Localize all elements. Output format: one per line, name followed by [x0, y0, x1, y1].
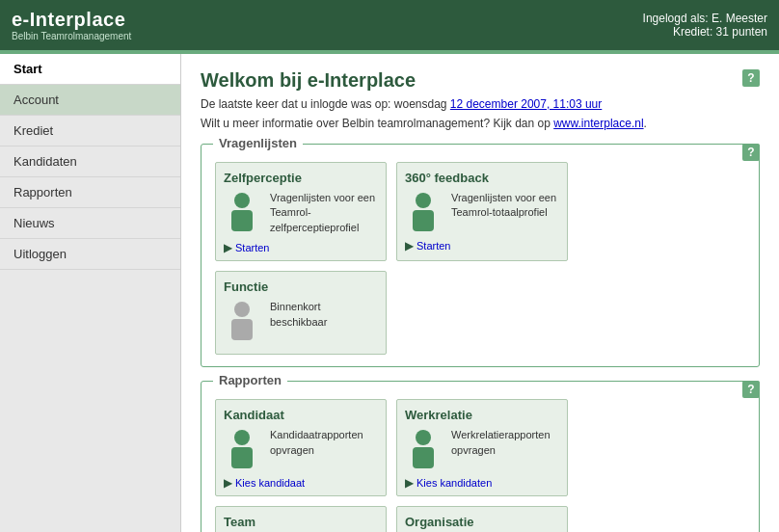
functie-icon	[224, 300, 262, 342]
user-info: Ingelogd als: E. Meester Krediet: 31 pun…	[643, 12, 767, 39]
card-functie-title: Functie	[224, 279, 378, 294]
info-link-text: Wilt u meer informatie over Belbin teamr…	[201, 117, 760, 130]
last-login-date: 12 december 2007, 11:03 uur	[450, 97, 602, 111]
card-zelfperceptie-inner: Vragenlijsten voor een Teamrol-zelfperce…	[224, 191, 378, 235]
zelfperceptie-action-label: Starten	[235, 242, 269, 253]
feedback360-action[interactable]: ▶ Starten	[405, 239, 559, 253]
svg-point-2	[416, 193, 431, 208]
feedback360-icon	[405, 191, 443, 233]
card-feedback360: 360° feedback Vragenlijsten voor een Tea…	[396, 162, 568, 261]
svg-rect-9	[413, 447, 434, 468]
card-feedback360-title: 360° feedback	[405, 171, 559, 185]
zelfperceptie-action[interactable]: ▶ Starten	[224, 241, 378, 254]
card-zelfperceptie: Zelfperceptie Vragenlijsten voor een Tea…	[215, 162, 387, 261]
zelfperceptie-text: Vragenlijsten voor een Teamrol-zelfperce…	[270, 191, 378, 235]
svg-rect-1	[231, 210, 253, 231]
vragenlijsten-section: Vragenlijsten Zelfperceptie	[201, 144, 760, 367]
help-button-rapporten[interactable]: ?	[742, 381, 760, 398]
zelfperceptie-arrow-icon: ▶	[224, 241, 232, 254]
card-werkrelatie-inner: Werkrelatierapporten opvragen	[405, 428, 559, 470]
card-kandidaat-title: Kandidaat	[224, 408, 378, 422]
header: e-Interplace Belbin Teamrolmanagement In…	[0, 0, 779, 50]
sidebar-item-krediet[interactable]: Krediet	[0, 116, 180, 146]
rapporten-header: Rapporten	[213, 373, 287, 387]
page-title: Welkom bij e-Interplace	[201, 69, 760, 92]
kandidaat-action[interactable]: ▶ Kies kandidaat	[224, 476, 378, 490]
vragenlijsten-box: Vragenlijsten Zelfperceptie	[201, 144, 760, 367]
kandidaat-arrow-icon: ▶	[224, 476, 232, 490]
functie-text: Binnenkort beschikbaar	[270, 300, 378, 330]
card-team-title: Team	[224, 515, 378, 529]
feedback360-text: Vragenlijsten voor een Teamrol-totaalpro…	[451, 191, 559, 221]
card-werkrelatie: Werkrelatie Werkrelatierapporten opvrage…	[396, 399, 568, 496]
user-label: Ingelogd als: E. Meester	[643, 12, 767, 25]
sidebar: Start Account Krediet Kandidaten Rapport…	[0, 54, 181, 532]
logo-subtitle: Belbin Teamrolmanagement	[12, 31, 131, 41]
rapporten-body: Kandidaat Kandidaatrapporten opvragen	[201, 382, 759, 532]
werkrelatie-text: Werkrelatierapporten opvragen	[451, 428, 559, 458]
svg-rect-7	[231, 447, 253, 468]
help-button-main[interactable]: ?	[742, 69, 760, 87]
svg-rect-5	[231, 319, 253, 340]
feedback360-arrow-icon: ▶	[405, 239, 414, 253]
rapporten-section: Rapporten Kandidaat Kandida	[201, 381, 760, 532]
zelfperceptie-icon	[224, 191, 262, 233]
svg-point-6	[234, 430, 250, 445]
svg-rect-3	[413, 210, 434, 231]
svg-point-8	[416, 430, 431, 445]
werkrelatie-arrow-icon: ▶	[405, 476, 414, 490]
sidebar-item-account[interactable]: Account	[0, 85, 180, 116]
werkrelatie-action-label: Kies kandidaten	[416, 477, 492, 489]
sidebar-item-rapporten[interactable]: Rapporten	[0, 177, 180, 208]
last-login-text: De laatste keer dat u inlogde was op: wo…	[201, 97, 760, 111]
logo-title: e-Interplace	[12, 9, 131, 31]
sidebar-item-nieuws[interactable]: Nieuws	[0, 208, 180, 239]
card-kandidaat-inner: Kandidaatrapporten opvragen	[224, 428, 378, 470]
card-werkrelatie-title: Werkrelatie	[405, 408, 559, 422]
sidebar-item-kandidaten[interactable]: Kandidaten	[0, 146, 180, 177]
werkrelatie-icon	[405, 428, 443, 470]
card-functie: Functie Binnenkort beschikbaar	[215, 271, 387, 355]
rapporten-box: Rapporten Kandidaat Kandida	[201, 381, 760, 532]
help-button-vragenlijsten[interactable]: ?	[742, 144, 760, 161]
vragenlijsten-body: Zelfperceptie Vragenlijsten voor een Tea…	[201, 145, 759, 366]
card-functie-inner: Binnenkort beschikbaar	[224, 300, 378, 342]
sidebar-item-uitloggen[interactable]: Uitloggen	[0, 239, 180, 270]
interplace-link[interactable]: www.interplace.nl	[553, 117, 643, 130]
card-kandidaat: Kandidaat Kandidaatrapporten opvragen	[215, 399, 387, 496]
logo: e-Interplace Belbin Teamrolmanagement	[12, 9, 131, 41]
kandidaat-icon	[224, 428, 262, 470]
kandidaat-action-label: Kies kandidaat	[235, 477, 305, 489]
svg-point-4	[234, 302, 250, 317]
sidebar-item-start[interactable]: Start	[0, 54, 180, 85]
card-team: Team	[215, 506, 387, 532]
card-zelfperceptie-title: Zelfperceptie	[224, 171, 378, 185]
main-content: Welkom bij e-Interplace ? De laatste kee…	[181, 54, 779, 532]
feedback360-action-label: Starten	[416, 240, 450, 252]
svg-point-0	[234, 193, 250, 208]
card-feedback360-inner: Vragenlijsten voor een Teamrol-totaalpro…	[405, 191, 559, 233]
kandidaat-text: Kandidaatrapporten opvragen	[270, 428, 378, 458]
krediet-label: Krediet: 31 punten	[643, 25, 767, 39]
card-organisatie: Organisatie Binnenkort beschikbaar	[396, 506, 568, 532]
card-organisatie-title: Organisatie	[405, 515, 559, 529]
werkrelatie-action[interactable]: ▶ Kies kandidaten	[405, 476, 559, 490]
vragenlijsten-header: Vragenlijsten	[213, 136, 303, 150]
